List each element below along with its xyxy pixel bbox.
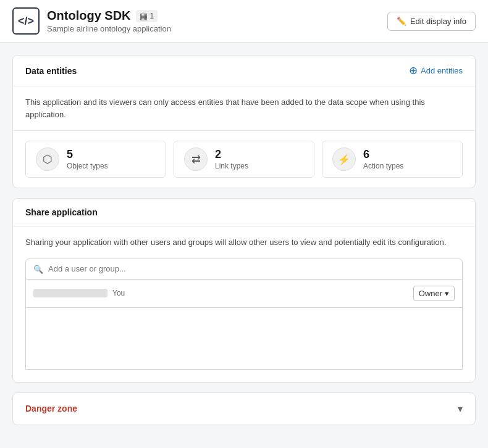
chevron-down-icon: ▾: [458, 403, 463, 415]
object-types-label: Object types: [67, 162, 108, 170]
share-description: Sharing your application with other user…: [13, 226, 475, 259]
object-types-info: 5 Object types: [67, 148, 108, 170]
search-icon: [33, 264, 43, 274]
badge-count: 1: [150, 12, 154, 20]
add-entities-button[interactable]: Add entities: [409, 64, 463, 77]
edit-display-info-button[interactable]: Edit display info: [387, 12, 476, 31]
data-entities-header: Data entities Add entities: [13, 56, 475, 86]
share-application-header: Share application: [13, 199, 475, 226]
action-icon: [338, 154, 350, 165]
chevron-down-icon: [445, 289, 449, 298]
app-logo: </>: [12, 7, 40, 35]
grid-icon: [140, 11, 148, 21]
action-types-info: 6 Action types: [363, 148, 403, 170]
share-application-title: Share application: [25, 207, 98, 217]
danger-zone-header[interactable]: Danger zone ▾: [13, 393, 475, 425]
app-header: </> Ontology SDK 1 Sample airline ontolo…: [0, 0, 488, 43]
action-types-stat: 6 Action types: [322, 141, 463, 178]
action-types-number: 6: [363, 148, 403, 162]
danger-zone-card: Danger zone ▾: [12, 392, 476, 425]
user-you-badge: You: [112, 289, 125, 297]
data-entities-description: This application and its viewers can onl…: [13, 86, 475, 131]
user-left: You: [33, 289, 125, 297]
pencil-icon: [397, 17, 406, 26]
main-content: Data entities Add entities This applicat…: [0, 43, 488, 438]
link-icon: [191, 152, 201, 166]
search-input[interactable]: [48, 264, 455, 273]
data-entities-title: Data entities: [25, 66, 77, 76]
action-types-label: Action types: [363, 162, 403, 170]
share-body: You Owner: [13, 259, 475, 382]
plus-circle-icon: [409, 64, 418, 77]
action-icon-wrap: [332, 147, 356, 171]
danger-zone-title: Danger zone: [25, 404, 77, 413]
owner-label: Owner: [419, 289, 442, 298]
data-entities-card: Data entities Add entities This applicat…: [12, 55, 476, 188]
object-types-number: 5: [67, 148, 108, 162]
link-types-info: 2 Link types: [215, 148, 248, 170]
header-badge: 1: [136, 10, 158, 22]
owner-dropdown[interactable]: Owner: [413, 286, 455, 301]
link-types-stat: 2 Link types: [174, 141, 314, 178]
object-types-stat: 5 Object types: [25, 141, 166, 178]
user-avatar: [33, 289, 107, 297]
header-left: </> Ontology SDK 1 Sample airline ontolo…: [12, 7, 171, 35]
user-group-search-box[interactable]: [25, 259, 463, 280]
link-types-number: 2: [215, 148, 248, 162]
user-row: You Owner: [25, 280, 463, 308]
entity-stats-row: 5 Object types 2 Link types 6: [13, 131, 475, 188]
link-icon-wrap: [184, 147, 208, 171]
header-title-row: Ontology SDK 1: [47, 9, 171, 23]
link-types-label: Link types: [215, 162, 248, 170]
cube-icon-wrap: [36, 147, 59, 171]
app-title: Ontology SDK: [47, 9, 131, 23]
cube-icon: [43, 152, 53, 166]
empty-share-area: [25, 308, 463, 370]
share-application-card: Share application Sharing your applicati…: [12, 198, 476, 383]
app-subtitle: Sample airline ontology application: [47, 24, 171, 33]
header-title-group: Ontology SDK 1 Sample airline ontology a…: [47, 9, 171, 33]
